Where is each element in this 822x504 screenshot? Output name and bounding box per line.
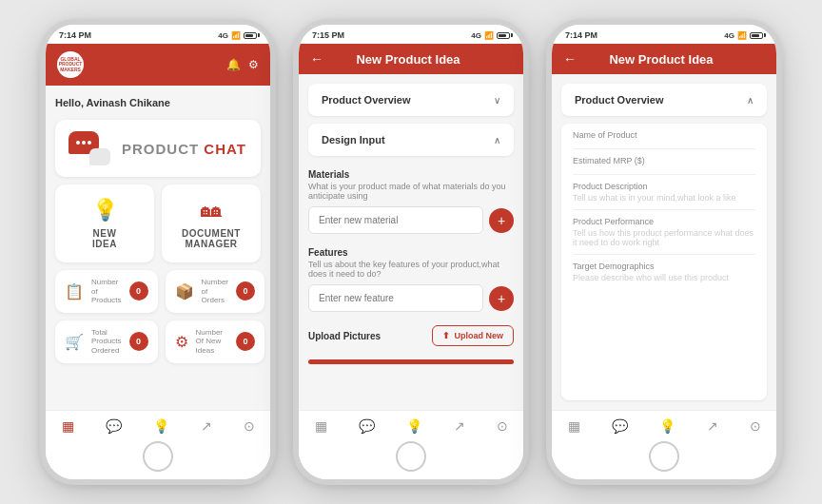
home-nav-icon-3: ▦ (568, 418, 580, 434)
products-badge: 0 (129, 281, 148, 300)
home-button-1[interactable] (143, 441, 173, 472)
home-button-2[interactable] (396, 441, 426, 472)
features-label: Features (308, 242, 514, 260)
chat-dot (88, 141, 91, 145)
performance-label: Product Performance (573, 217, 755, 226)
app-header-2: ← New Product Idea (299, 44, 523, 74)
chat-icon-group (68, 131, 110, 165)
nav-home-2[interactable]: ▦ (315, 418, 327, 434)
home-button-3[interactable] (649, 441, 679, 472)
document-manager-label: DOCUMENTMANAGER (182, 228, 241, 249)
accordion-overview-header-3[interactable]: Product Overview ∧ (561, 84, 767, 116)
accordion-overview-title-3: Product Overview (575, 94, 664, 106)
stats-grid: 📋 Numberof Products 0 📦 Numberof Orders … (55, 270, 261, 363)
new-ideas-badge: 0 (236, 332, 255, 351)
upload-row-2: Upload Pictures ⬆ Upload New (308, 320, 514, 352)
nav-share-3[interactable]: ↗ (707, 418, 718, 434)
share-nav-icon-2: ↗ (454, 418, 465, 434)
document-icon: 🏘 (201, 198, 222, 223)
upload-btn-label: Upload New (454, 331, 503, 340)
profile-nav-icon-2: ⊙ (497, 418, 508, 434)
field-performance: Product Performance Tell us how this pro… (573, 210, 755, 255)
back-arrow-3[interactable]: ← (563, 51, 577, 67)
chat-bubble-secondary (89, 148, 110, 165)
nav-profile-1[interactable]: ⊙ (244, 418, 255, 434)
total-ordered-badge: 0 (129, 332, 148, 351)
idea-nav-icon-3: 💡 (659, 418, 675, 434)
field-mrp: Estimated MRP ($) (573, 149, 755, 175)
field-demographics: Target Demographics Please describe who … (573, 255, 755, 289)
bottom-nav-3: ▦ 💬 💡 ↗ ⊙ (552, 410, 776, 439)
orders-label: Numberof Orders (202, 278, 228, 305)
time-1: 7:14 PM (59, 30, 91, 40)
materials-hint: What is your product made of what materi… (308, 182, 514, 206)
add-feature-button[interactable]: + (489, 286, 514, 311)
nav-idea-2[interactable]: 💡 (406, 418, 422, 434)
features-input-row: + (308, 284, 514, 312)
profile-nav-icon: ⊙ (244, 418, 255, 434)
nav-chat-1[interactable]: 💬 (106, 418, 122, 434)
upload-button-2[interactable]: ⬆ Upload New (432, 325, 514, 346)
description-hint: Tell us what is in your mind,what look a… (573, 193, 755, 203)
settings-icon[interactable]: ⚙ (248, 58, 259, 71)
idea-nav-icon: 💡 (153, 418, 169, 434)
back-arrow-2[interactable]: ← (310, 51, 323, 67)
nav-profile-3[interactable]: ⊙ (750, 418, 761, 434)
mrp-label: Estimated MRP ($) (573, 156, 755, 165)
accordion-overview-header-2[interactable]: Product Overview ∨ (308, 84, 514, 116)
nav-share-2[interactable]: ↗ (454, 418, 465, 434)
features-input[interactable] (308, 284, 483, 312)
product-chat-label: PRODUCT CHAT (122, 141, 246, 157)
home-nav-icon-2: ▦ (315, 418, 327, 434)
logo-circle: GLOBALPRODUCTMAKERS (57, 51, 84, 78)
products-icon: 📋 (65, 282, 84, 300)
features-section: Features Tell us about the key features … (308, 242, 514, 312)
accordion-overview-2: Product Overview ∨ (308, 84, 514, 116)
page-title-2: New Product Idea (323, 52, 493, 67)
bottom-nav-1: ▦ 💬 💡 ↗ ⊙ (46, 410, 270, 439)
form-screen-2: Product Overview ∨ Design Input ∧ Materi… (299, 74, 523, 410)
nav-chat-3[interactable]: 💬 (612, 418, 628, 434)
new-idea-card[interactable]: 💡 NEWIDEA (55, 184, 154, 262)
chevron-up-icon-2: ∧ (494, 135, 500, 145)
greeting: Hello, Avinash Chikane (55, 95, 261, 112)
materials-input[interactable] (308, 206, 483, 234)
battery-3 (750, 32, 763, 39)
phone-2: 7:15 PM 4G 📶 ← New Product Idea Product … (293, 19, 529, 485)
nav-profile-2[interactable]: ⊙ (497, 418, 508, 434)
field-product-name: Name of Product (573, 124, 755, 149)
lightbulb-icon: 💡 (92, 198, 118, 223)
demographics-label: Target Demographics (573, 262, 755, 271)
idea-nav-icon-2: 💡 (406, 418, 422, 434)
accordion-design-title-2: Design Input (322, 134, 385, 145)
page-title-3: New Product Idea (577, 52, 746, 67)
status-bar-3: 7:14 PM 4G 📶 (552, 25, 776, 44)
status-bar-1: 7:14 PM 4G 📶 (46, 25, 270, 44)
nav-idea-3[interactable]: 💡 (659, 418, 675, 434)
chevron-up-icon-3: ∧ (747, 95, 754, 106)
time-3: 7:14 PM (565, 30, 597, 40)
add-material-button[interactable]: + (489, 208, 514, 233)
logo-area: GLOBALPRODUCTMAKERS (57, 51, 84, 78)
header-icons-1[interactable]: 🔔 ⚙ (226, 58, 259, 71)
notification-icon[interactable]: 🔔 (226, 58, 241, 71)
chat-nav-icon-2: 💬 (359, 418, 375, 434)
nav-idea-1[interactable]: 💡 (153, 418, 169, 434)
nav-chat-2[interactable]: 💬 (359, 418, 375, 434)
demographics-hint: Please describe who will use this produc… (573, 273, 755, 282)
orders-icon: 📦 (175, 282, 194, 300)
battery-1 (244, 32, 257, 39)
orders-badge: 0 (236, 281, 255, 300)
performance-hint: Tell us how this product performance wha… (573, 228, 755, 247)
accordion-overview-title-2: Product Overview (322, 94, 411, 106)
time-2: 7:15 PM (312, 30, 344, 40)
progress-bar-2 (308, 359, 514, 364)
nav-share-1[interactable]: ↗ (201, 418, 212, 434)
accordion-design-header-2[interactable]: Design Input ∧ (308, 124, 514, 156)
product-chat-banner[interactable]: PRODUCT CHAT (55, 120, 261, 177)
nav-home-1[interactable]: ▦ (62, 418, 74, 434)
document-manager-card[interactable]: 🏘 DOCUMENTMANAGER (162, 184, 261, 262)
signal-3: 4G (724, 31, 734, 40)
nav-home-3[interactable]: ▦ (568, 418, 580, 434)
stat-new-ideas: ⚙ NumberOf New Ideas 0 (166, 320, 264, 363)
